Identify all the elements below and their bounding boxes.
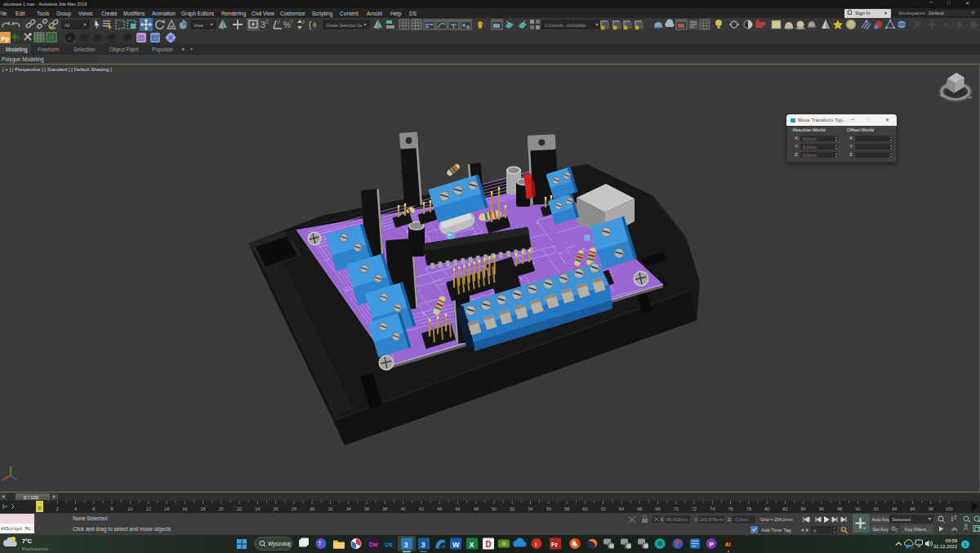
svg-text:22: 22 (237, 506, 242, 511)
svg-text:X:: X: (660, 517, 665, 522)
svg-text:AXScript Mi:: AXScript Mi: (1, 526, 33, 532)
svg-text:31.12.2022: 31.12.2022 (933, 544, 957, 549)
svg-text:View: View (194, 23, 203, 28)
svg-text:12: 12 (146, 506, 151, 511)
svg-text:20: 20 (219, 506, 224, 511)
svg-text:84: 84 (801, 506, 806, 511)
svg-text:86: 86 (819, 506, 824, 511)
svg-text:26: 26 (274, 506, 278, 511)
svg-text:3: 3 (421, 541, 425, 549)
svg-text:ɸ: ɸ (313, 20, 317, 28)
svg-text:6: 6 (92, 506, 95, 511)
svg-text:74: 74 (710, 506, 715, 511)
svg-text:Ai: Ai (725, 542, 731, 547)
svg-text:82: 82 (782, 506, 787, 511)
svg-text:4: 4 (74, 506, 77, 511)
svg-text:10: 10 (127, 506, 132, 511)
svg-text:76: 76 (728, 506, 733, 511)
svg-text:C:\Users\k...nts\3dsMax: C:\Users\k...nts\3dsMax (545, 24, 587, 28)
svg-text:Dw: Dw (369, 542, 378, 547)
svg-text:Fp: Fp (2, 35, 10, 42)
svg-text:24: 24 (255, 506, 260, 511)
svg-text:72: 72 (692, 506, 697, 511)
svg-text:09:59: 09:59 (945, 538, 957, 543)
svg-text:3: 3 (404, 541, 408, 549)
svg-text:80,433mm: 80,433mm (666, 517, 688, 522)
svg-text:96: 96 (910, 506, 915, 511)
svg-text:P: P (710, 541, 715, 548)
svg-text:92: 92 (874, 506, 879, 511)
svg-text:Set Key: Set Key (873, 527, 889, 532)
svg-text:44: 44 (437, 506, 442, 511)
svg-text:64: 64 (619, 506, 624, 511)
svg-text:Pochmurnie: Pochmurnie (22, 546, 49, 551)
svg-text:58: 58 (564, 506, 569, 511)
svg-text:W: W (452, 541, 460, 549)
svg-text:46: 46 (455, 506, 460, 511)
svg-text:68: 68 (655, 506, 660, 511)
svg-text:32: 32 (327, 506, 332, 511)
svg-text:Selected: Selected (892, 517, 911, 522)
svg-text:All: All (65, 23, 69, 28)
svg-text:88: 88 (837, 506, 842, 511)
svg-text:Grid = 254,0mm: Grid = 254,0mm (760, 517, 793, 522)
svg-text:Wyszukaj: Wyszukaj (268, 541, 291, 547)
svg-text:60: 60 (582, 506, 587, 511)
svg-text:Key Filters...: Key Filters... (905, 527, 930, 532)
svg-text:7°C: 7°C (22, 538, 32, 544)
svg-text:40: 40 (401, 506, 406, 511)
svg-text:18: 18 (200, 506, 205, 511)
svg-text:38: 38 (382, 506, 387, 511)
svg-text:{: { (309, 20, 312, 29)
svg-text:36: 36 (364, 506, 369, 511)
svg-text:52: 52 (510, 506, 514, 511)
svg-text:None Selected: None Selected (73, 515, 108, 521)
svg-text:48: 48 (474, 506, 479, 511)
svg-text:0 / 100: 0 / 100 (24, 495, 39, 500)
svg-text:Click and drag to select and m: Click and drag to select and move object… (73, 526, 172, 533)
svg-text:54: 54 (528, 506, 533, 511)
svg-text:56: 56 (546, 506, 551, 511)
svg-text:243,878mm: 243,878mm (700, 517, 724, 522)
svg-text:i: i (535, 541, 537, 548)
svg-text:98: 98 (929, 506, 933, 511)
svg-text:62: 62 (601, 506, 606, 511)
svg-text:78: 78 (746, 506, 751, 511)
svg-text:Y:: Y: (694, 517, 699, 522)
svg-text:100: 100 (945, 506, 952, 511)
svg-text:2: 2 (265, 19, 269, 25)
svg-text:80: 80 (764, 506, 769, 511)
svg-text:Fz: Fz (551, 542, 558, 547)
svg-text:Create Selection Se: Create Selection Se (326, 23, 363, 28)
svg-text:T: T (318, 541, 323, 546)
svg-text:8: 8 (111, 506, 114, 511)
svg-text:Z:: Z: (728, 517, 733, 522)
svg-text:X: X (470, 541, 474, 549)
svg-text:?: ? (301, 20, 305, 25)
svg-text:14: 14 (164, 506, 169, 511)
svg-text:Add Time Tag: Add Time Tag (761, 528, 791, 533)
svg-text:28: 28 (292, 506, 296, 511)
svg-text:70: 70 (674, 506, 679, 511)
svg-text:Auto Key: Auto Key (872, 517, 891, 522)
svg-text:94: 94 (892, 506, 897, 511)
svg-text:2: 2 (56, 506, 59, 511)
svg-text:DIS: DIS (138, 34, 145, 39)
svg-text:90: 90 (856, 506, 861, 511)
svg-text:?: ? (277, 20, 280, 25)
svg-text:D: D (486, 540, 492, 549)
svg-text:34: 34 (346, 506, 351, 511)
svg-text:0,0mm: 0,0mm (735, 517, 749, 522)
svg-text:30: 30 (310, 506, 314, 511)
svg-text:EXP: EXP (152, 34, 161, 39)
svg-text:?: ? (290, 19, 293, 25)
svg-text:16: 16 (182, 506, 187, 511)
svg-text:e: e (68, 34, 72, 42)
svg-text:50: 50 (492, 506, 497, 511)
svg-text:Lrc: Lrc (385, 542, 394, 547)
svg-text:66: 66 (637, 506, 642, 511)
svg-text:42: 42 (419, 506, 424, 511)
